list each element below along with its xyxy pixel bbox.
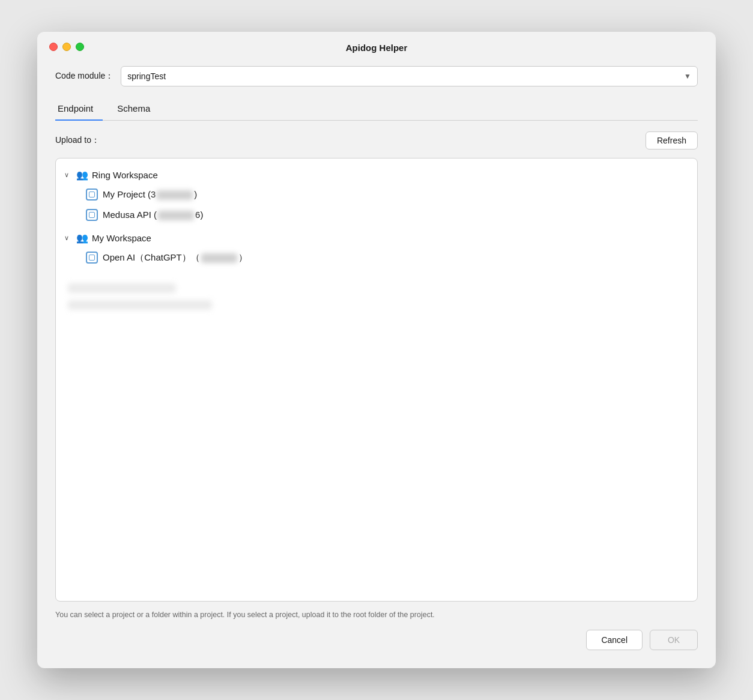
traffic-lights — [49, 43, 84, 51]
tree-group-ring-workspace: ∨ 👥 Ring Workspace My Project (3 ) — [62, 166, 691, 225]
footer-buttons: Cancel OK — [55, 630, 698, 656]
code-module-select[interactable]: springTest ▼ — [121, 66, 698, 86]
my-workspace-label: My Workspace — [92, 233, 151, 243]
project-icon — [86, 189, 98, 201]
minimize-button[interactable] — [62, 43, 71, 51]
dialog-body: Code module： springTest ▼ Endpoint Schem… — [37, 60, 716, 668]
maximize-button[interactable] — [76, 43, 84, 51]
chevron-down-icon: ∨ — [64, 171, 73, 179]
ring-workspace-label: Ring Workspace — [92, 170, 158, 180]
project-icon-inner — [89, 192, 95, 198]
tree-container: ∨ 👥 Ring Workspace My Project (3 ) — [55, 158, 698, 602]
ring-workspace-children: My Project (3 ) Medusa API ( 6) — [62, 184, 691, 225]
ok-button[interactable]: OK — [650, 630, 698, 650]
tree-group-my-workspace: ∨ 👥 My Workspace Open AI（ChatGPT）（ ） — [62, 229, 691, 268]
dialog-title: Apidog Helper — [346, 43, 408, 53]
title-bar: Apidog Helper — [37, 32, 716, 60]
tree-item-medusa-api[interactable]: Medusa API ( 6) — [83, 205, 691, 225]
project-icon-3 — [86, 252, 98, 264]
open-ai-label: Open AI（ChatGPT）（ ） — [103, 252, 247, 264]
blurred-id-3 — [201, 253, 237, 263]
tab-endpoint[interactable]: Endpoint — [55, 98, 103, 121]
code-module-label: Code module： — [55, 71, 113, 82]
blurred-id-1 — [157, 190, 193, 200]
chevron-down-icon-2: ∨ — [64, 234, 73, 242]
code-module-row: Code module： springTest ▼ — [55, 66, 698, 86]
dropdown-arrow-icon: ▼ — [684, 72, 691, 80]
my-workspace-header[interactable]: ∨ 👥 My Workspace — [62, 229, 691, 247]
project-icon-2 — [86, 209, 98, 221]
blurred-id-2 — [158, 211, 194, 220]
tree-item-open-ai[interactable]: Open AI（ChatGPT）（ ） — [83, 247, 691, 268]
medusa-api-label: Medusa API ( 6) — [103, 210, 203, 220]
tabs-row: Endpoint Schema — [55, 98, 698, 121]
upload-row: Upload to： Refresh — [55, 131, 698, 149]
project-icon-inner-2 — [89, 212, 95, 218]
ring-workspace-header[interactable]: ∨ 👥 Ring Workspace — [62, 166, 691, 184]
tab-schema[interactable]: Schema — [115, 98, 160, 121]
refresh-button[interactable]: Refresh — [646, 131, 698, 149]
group-users-icon-2: 👥 — [76, 232, 88, 244]
my-project-label: My Project (3 ) — [103, 189, 197, 200]
close-button[interactable] — [49, 43, 58, 51]
group-users-icon: 👥 — [76, 169, 88, 181]
cancel-button[interactable]: Cancel — [586, 630, 643, 650]
upload-to-label: Upload to： — [55, 135, 100, 146]
hint-text: You can select a project or a folder wit… — [55, 610, 698, 621]
code-module-value: springTest — [127, 71, 166, 81]
tree-item-my-project[interactable]: My Project (3 ) — [83, 184, 691, 205]
my-workspace-children: Open AI（ChatGPT）（ ） — [62, 247, 691, 268]
blurred-area — [62, 271, 691, 322]
project-icon-inner-3 — [89, 255, 95, 261]
dialog-window: Apidog Helper Code module： springTest ▼ … — [37, 32, 716, 668]
